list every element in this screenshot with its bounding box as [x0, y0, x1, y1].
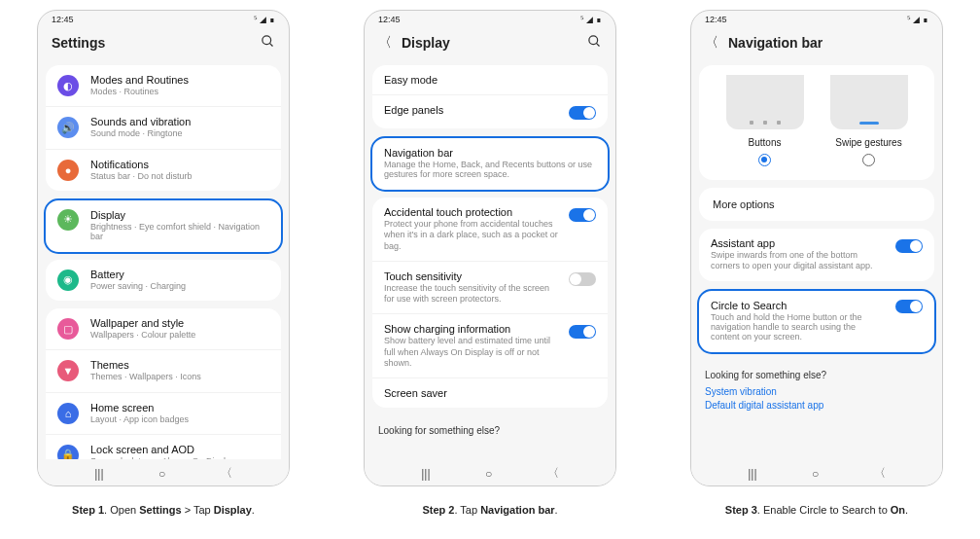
row-sub: Wallpapers · Colour palette: [90, 330, 269, 341]
status-bar: 12:45 ⁵ ◢ ∎: [38, 11, 289, 26]
row-easy-mode[interactable]: Easy mode: [372, 65, 608, 95]
row-home[interactable]: ⌂ Home screen Layout · App icon badges: [46, 393, 281, 435]
settings-group-1: ◐ Modes and Routines Modes · Routines 🔊 …: [46, 65, 281, 191]
row-sub: Sound mode · Ringtone: [90, 128, 269, 139]
nav-home-icon[interactable]: ○: [158, 467, 165, 481]
row-assistant-app[interactable]: Assistant app Swipe inwards from one of …: [699, 229, 934, 281]
back-icon[interactable]: 〈: [705, 34, 718, 52]
row-wallpaper[interactable]: ▢ Wallpaper and style Wallpapers · Colou…: [46, 308, 281, 350]
row-label: Circle to Search: [711, 300, 886, 311]
row-display-highlighted[interactable]: ☀ Display Brightness · Eye comfort shiel…: [44, 198, 283, 254]
nav-group: Assistant app Swipe inwards from one of …: [699, 229, 934, 281]
footer-question: Looking for something else?: [705, 370, 928, 380]
row-circle-to-search-highlighted[interactable]: Circle to Search Touch and hold the Home…: [697, 289, 936, 354]
link-system-vibration[interactable]: System vibration: [705, 386, 928, 397]
row-edge-panels[interactable]: Edge panels: [372, 95, 608, 128]
row-lock[interactable]: 🔒 Lock screen and AOD Screen lock type ·…: [46, 435, 281, 459]
android-navbar: ||| ○ 〈: [691, 459, 942, 485]
lock-icon: 🔒: [57, 445, 79, 459]
nav-home-icon[interactable]: ○: [485, 467, 492, 481]
page-title: Display: [402, 35, 587, 51]
status-time: 12:45: [52, 15, 74, 24]
nav-option-swipe[interactable]: Swipe gestures: [830, 75, 908, 166]
status-icons: ⁵ ◢ ∎: [254, 15, 275, 24]
nav-option-buttons[interactable]: Buttons: [726, 75, 804, 166]
row-sub: Swipe inwards from one of the bottom cor…: [711, 250, 888, 272]
row-touch-sensitivity[interactable]: Touch sensitivity Increase the touch sen…: [372, 262, 608, 315]
search-icon[interactable]: [261, 34, 275, 52]
row-notifications[interactable]: ● Notifications Status bar · Do not dist…: [46, 150, 281, 191]
row-screen-saver[interactable]: Screen saver: [372, 378, 608, 408]
link-default-assistant[interactable]: Default digital assistant app: [705, 400, 928, 411]
touch-sensitivity-toggle[interactable]: [569, 272, 596, 286]
row-label: Notifications: [90, 159, 269, 170]
row-label: Edge panels: [384, 104, 561, 116]
row-more-options[interactable]: More options: [699, 188, 934, 221]
header: 〈 Display: [365, 26, 615, 61]
caption-step-2: Step 2. Tap Navigation bar.: [422, 504, 557, 516]
caption-step-3: Step 3. Enable Circle to Search to On.: [725, 504, 908, 516]
circle-to-search-toggle[interactable]: [895, 300, 923, 313]
status-bar: 12:45 ⁵ ◢ ∎: [365, 11, 615, 26]
sounds-icon: 🔊: [57, 117, 79, 138]
row-themes[interactable]: ▼ Themes Themes · Wallpapers · Icons: [46, 350, 281, 392]
search-icon[interactable]: [587, 34, 602, 52]
row-label: Display: [90, 209, 269, 221]
row-charging-info[interactable]: Show charging information Show battery l…: [372, 314, 608, 378]
row-sub: Touch and hold the Home button or the na…: [711, 312, 886, 341]
battery-icon: ◉: [57, 270, 79, 291]
modes-icon: ◐: [57, 75, 79, 96]
row-sounds[interactable]: 🔊 Sounds and vibration Sound mode · Ring…: [46, 107, 281, 149]
radio-swipe[interactable]: [862, 154, 875, 166]
phone-screen-1: 12:45 ⁵ ◢ ∎ Settings ◐ Modes and Routine…: [37, 10, 290, 486]
row-sub: Protect your phone from accidental touch…: [384, 219, 561, 252]
charging-info-toggle[interactable]: [569, 325, 596, 339]
row-sub: Modes · Routines: [90, 87, 269, 97]
page-title: Settings: [52, 35, 261, 51]
svg-line-3: [596, 43, 599, 46]
row-label: Modes and Routines: [90, 74, 269, 86]
nav-back-icon[interactable]: 〈: [221, 465, 232, 482]
phone-screen-3: 12:45 ⁵ ◢ ∎ 〈 Navigation bar Buttons Swi…: [690, 10, 943, 486]
android-navbar: ||| ○ 〈: [365, 459, 615, 485]
accidental-touch-toggle[interactable]: [569, 208, 596, 222]
nav-recents-icon[interactable]: |||: [94, 467, 103, 481]
nav-preview-swipe: [830, 75, 908, 129]
row-label: Accidental touch protection: [384, 206, 561, 218]
caption-step-1: Step 1. Open Settings > Tap Display.: [72, 504, 255, 516]
themes-icon: ▼: [57, 360, 79, 381]
row-label: Battery: [90, 269, 269, 280]
status-icons: ⁵ ◢ ∎: [907, 15, 928, 24]
row-battery[interactable]: ◉ Battery Power saving · Charging: [46, 260, 281, 301]
nav-back-icon[interactable]: 〈: [874, 465, 886, 482]
nav-back-icon[interactable]: 〈: [547, 465, 559, 482]
row-label: Touch sensitivity: [384, 270, 561, 282]
notifications-icon: ●: [57, 160, 79, 181]
settings-group-3: ▢ Wallpaper and style Wallpapers · Colou…: [46, 308, 281, 459]
row-accidental-touch[interactable]: Accidental touch protection Protect your…: [372, 198, 608, 262]
home-icon: ⌂: [57, 403, 79, 424]
edge-panels-toggle[interactable]: [569, 106, 596, 120]
row-label: Home screen: [90, 402, 269, 413]
svg-point-0: [262, 36, 271, 45]
nav-recents-icon[interactable]: |||: [421, 467, 430, 481]
row-label: Sounds and vibration: [90, 116, 269, 127]
status-icons: ⁵ ◢ ∎: [580, 15, 602, 24]
back-icon[interactable]: 〈: [378, 34, 392, 52]
assistant-app-toggle[interactable]: [895, 239, 923, 253]
row-sub: Brightness · Eye comfort shield · Naviga…: [90, 222, 269, 241]
nav-option-label: Swipe gestures: [830, 137, 908, 148]
row-label: Assistant app: [711, 237, 888, 249]
nav-home-icon[interactable]: ○: [812, 467, 819, 481]
nav-recents-icon[interactable]: |||: [748, 467, 756, 481]
row-sub: Manage the Home, Back, and Recents butto…: [384, 160, 596, 179]
footer-question: Looking for something else?: [378, 425, 602, 436]
radio-buttons[interactable]: [758, 154, 771, 166]
svg-line-1: [269, 43, 272, 46]
row-label: Easy mode: [384, 74, 596, 86]
status-time: 12:45: [378, 15, 401, 24]
row-modes[interactable]: ◐ Modes and Routines Modes · Routines: [46, 65, 281, 107]
android-navbar: ||| ○ 〈: [38, 459, 289, 485]
row-label: Themes: [90, 359, 269, 371]
row-navigation-bar-highlighted[interactable]: Navigation bar Manage the Home, Back, an…: [370, 136, 610, 192]
